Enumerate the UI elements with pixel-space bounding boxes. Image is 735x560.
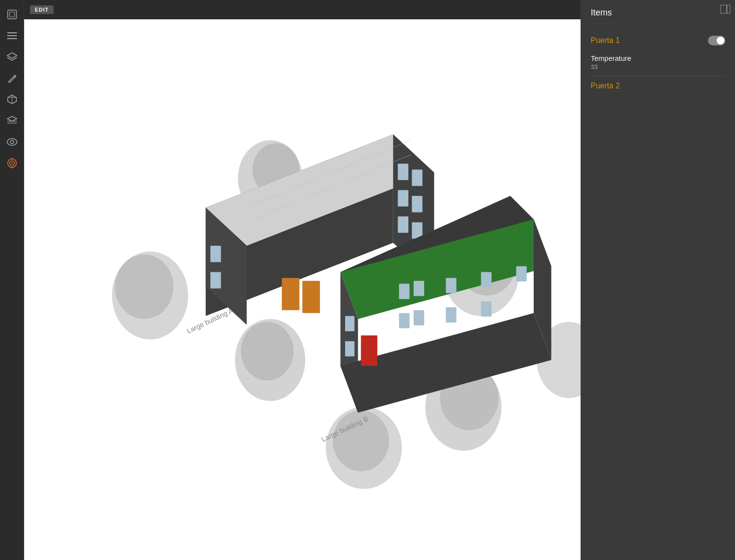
- svg-marker-10: [7, 116, 17, 121]
- svg-rect-66: [481, 301, 492, 317]
- edit-badge: EDIT: [30, 5, 54, 14]
- main-content: EDIT: [24, 0, 581, 560]
- right-panel: Items Puerta 1 Temperature 33 Puerta 2: [581, 0, 735, 560]
- svg-rect-40: [210, 272, 221, 289]
- svg-point-25: [115, 254, 173, 319]
- svg-rect-41: [398, 164, 408, 180]
- svg-point-27: [241, 322, 293, 380]
- svg-rect-58: [345, 341, 354, 357]
- svg-point-17: [11, 163, 13, 164]
- svg-rect-1: [10, 12, 14, 17]
- puerta2-row: Puerta 2: [591, 78, 725, 94]
- svg-rect-68: [361, 336, 377, 366]
- svg-line-6: [9, 82, 10, 83]
- svg-rect-65: [481, 272, 492, 288]
- svg-point-14: [10, 140, 14, 144]
- puerta2-label[interactable]: Puerta 2: [591, 82, 620, 90]
- viewport[interactable]: Large building A: [24, 19, 581, 560]
- svg-rect-63: [446, 278, 457, 294]
- panel-icon[interactable]: [721, 5, 730, 16]
- right-panel-header: Items: [581, 0, 735, 24]
- temperature-block: Temperature 33: [591, 51, 725, 76]
- svg-rect-64: [446, 307, 457, 322]
- svg-rect-47: [282, 278, 299, 310]
- svg-rect-0: [8, 10, 16, 19]
- svg-rect-61: [414, 281, 424, 296]
- temperature-label: Temperature: [591, 54, 725, 62]
- menu-icon[interactable]: [3, 27, 21, 44]
- svg-rect-42: [412, 169, 422, 186]
- temperature-value: 33: [591, 63, 725, 70]
- top-bar: EDIT: [24, 0, 581, 19]
- svg-rect-67: [516, 266, 527, 281]
- visibility-icon[interactable]: [3, 133, 21, 151]
- svg-rect-62: [414, 310, 424, 325]
- puerta1-toggle[interactable]: [708, 36, 725, 45]
- target-icon[interactable]: [3, 154, 21, 172]
- svg-rect-39: [210, 246, 221, 262]
- right-panel-content: Puerta 1 Temperature 33 Puerta 2: [581, 24, 735, 102]
- svg-rect-70: [721, 5, 730, 14]
- svg-point-13: [7, 139, 17, 145]
- svg-rect-48: [303, 281, 320, 313]
- svg-rect-60: [399, 313, 410, 329]
- svg-rect-44: [412, 196, 422, 212]
- items-title: Items: [591, 8, 612, 17]
- puerta1-label[interactable]: Puerta 1: [591, 36, 620, 45]
- svg-marker-5: [7, 53, 17, 58]
- layers-stacked-icon[interactable]: [3, 48, 21, 66]
- svg-rect-43: [398, 190, 408, 207]
- svg-rect-45: [398, 216, 408, 233]
- object-icon[interactable]: [3, 91, 21, 108]
- left-sidebar: [0, 0, 24, 560]
- building-scene: Large building A: [24, 19, 581, 560]
- edit-tool-icon[interactable]: [3, 70, 21, 87]
- layers-icon[interactable]: [3, 112, 21, 129]
- svg-rect-57: [345, 316, 354, 332]
- puerta1-row: Puerta 1: [591, 32, 725, 49]
- svg-rect-59: [399, 284, 410, 299]
- home-icon[interactable]: [3, 6, 21, 23]
